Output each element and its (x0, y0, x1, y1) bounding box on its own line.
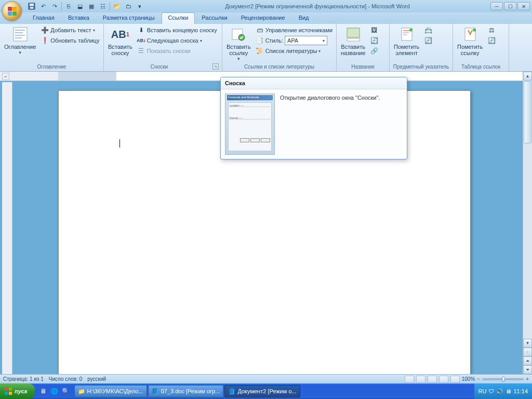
insert-footnote-label: Вставить сноску (108, 44, 132, 56)
ruler-corner[interactable]: ⌐ (2, 73, 9, 80)
index-opt-2[interactable]: 🔄 (422, 35, 434, 46)
manage-sources-button[interactable]: 🗃 Управление источниками (254, 25, 334, 35)
browse-object[interactable]: ◦ (523, 348, 532, 356)
caption-icon (345, 26, 362, 43)
clock[interactable]: 11:14 (513, 388, 528, 394)
zoom-value[interactable]: 100% (462, 376, 475, 382)
scroll-thumb[interactable] (524, 81, 531, 143)
insert-footnote-button[interactable]: AB1 Вставить сноску (106, 25, 135, 57)
toa-opt-2[interactable]: 🔄 (486, 35, 497, 46)
group-label-toc: Оглавление (2, 63, 101, 70)
manage-sources-icon: 🗃 (256, 26, 264, 34)
insert-caption-button[interactable]: Вставить название (339, 25, 367, 57)
qat-btn-1[interactable]: ⎘ (64, 2, 73, 11)
view-full-screen[interactable] (416, 376, 425, 383)
tab-review[interactable]: Рецензирование (234, 12, 292, 24)
group-label-citations: Ссылки и списки литературы (224, 63, 334, 70)
zoom-in[interactable]: + (526, 376, 529, 382)
svg-rect-2 (30, 7, 33, 9)
start-button[interactable]: пуск (0, 383, 35, 399)
task-explorer[interactable]: 📁 H:\36\УМК\АС\Дело... (74, 385, 147, 397)
qat-open2[interactable]: 🗀 (124, 2, 133, 11)
group-label-toa: Таблица ссылок (455, 63, 507, 70)
view-outline[interactable] (439, 376, 448, 383)
qat-open[interactable]: 📂 (112, 2, 122, 11)
tray-icon-2[interactable]: 🔊 (496, 388, 503, 395)
zoom-slider[interactable] (482, 378, 524, 380)
tab-insert[interactable]: Вставка (61, 12, 96, 24)
svg-rect-21 (5, 388, 8, 391)
view-web[interactable] (428, 376, 437, 383)
maximize-button[interactable]: ☐ (504, 2, 516, 10)
vertical-scrollbar[interactable]: ▲ ▼ ◦ ⏶ ⏷ (523, 72, 532, 374)
mark-citation-button[interactable]: + Пометить ссылку (455, 25, 485, 57)
status-bar: Страница: 1 из 1 Число слов: 0 русский 1… (0, 374, 532, 383)
caption-opt-1[interactable]: 🖼 (368, 25, 380, 35)
task-word-1[interactable]: 📘 07_3.doc [Режим огр... (148, 385, 224, 397)
tooltip-preview: Footnote and Endnote Location ── Format … (225, 94, 275, 155)
view-draft[interactable] (450, 376, 460, 383)
insert-citation-button[interactable]: Вставить ссылку ▼ (224, 25, 253, 63)
task-word-2[interactable]: 📘 Документ2 [Режим о... (224, 385, 300, 397)
ql-3[interactable]: 🔍 (61, 385, 71, 397)
caption-opt-3[interactable]: 🔗 (368, 46, 380, 56)
ql-ie[interactable]: 🌐 (49, 385, 60, 397)
system-tray: RU 🛡 🔊 🖥 11:14 (474, 383, 532, 399)
tab-view[interactable]: Вид (292, 12, 316, 24)
zoom-out[interactable]: − (477, 376, 480, 382)
prev-page[interactable]: ⏶ (523, 356, 532, 365)
office-button[interactable] (2, 1, 22, 21)
mark-entry-label: Пометить элемент (394, 44, 419, 56)
svg-text:+: + (410, 29, 411, 32)
show-notes-button[interactable]: ☰ Показать сноски (136, 46, 219, 56)
mark-entry-button[interactable]: + Пометить элемент (392, 25, 421, 57)
qat-btn-3[interactable]: ▦ (87, 2, 96, 11)
close-button[interactable]: ✕ (517, 2, 530, 10)
svg-rect-11 (347, 38, 360, 41)
bibliography-button[interactable]: 📜 Список литературы ▾ (254, 46, 334, 56)
windows-logo-icon (4, 387, 12, 395)
tab-mailings[interactable]: Рассылки (195, 12, 234, 24)
qat-more[interactable]: ▾ (135, 2, 144, 11)
scroll-up[interactable]: ▲ (523, 72, 532, 81)
ribbon-tabs: Главная Вставка Разметка страницы Ссылки… (0, 12, 532, 24)
tab-references[interactable]: Ссылки (162, 12, 195, 24)
tooltip-title: Сноска (221, 77, 407, 89)
minimize-button[interactable]: ─ (490, 2, 503, 10)
vertical-ruler[interactable] (2, 82, 12, 374)
qat-redo[interactable]: ↷ (50, 2, 59, 11)
mark-citation-label: Пометить ссылку (457, 44, 483, 56)
caption-label: Вставить название (341, 44, 365, 56)
status-page[interactable]: Страница: 1 из 1 (3, 376, 44, 382)
update-table-button[interactable]: ❗ Обновить таблицу (39, 35, 101, 46)
word-icon: 📘 (228, 388, 235, 395)
tray-icon-1[interactable]: 🛡 (488, 388, 494, 394)
status-words[interactable]: Число слов: 0 (49, 376, 82, 382)
caption-opt-2[interactable]: 🔄 (368, 35, 380, 46)
qat-save[interactable] (27, 2, 36, 11)
scroll-down[interactable]: ▼ (523, 339, 532, 348)
next-footnote-button[interactable]: AB1 Следующая сноска ▾ (136, 35, 219, 46)
style-dropdown[interactable]: APA ▾ (285, 36, 327, 45)
tab-layout[interactable]: Разметка страницы (96, 12, 162, 24)
qat-btn-4[interactable]: ☷ (98, 2, 108, 11)
svg-rect-24 (9, 392, 12, 395)
footnotes-dialog-launcher[interactable]: ↘ (212, 63, 219, 70)
svg-rect-1 (30, 4, 34, 6)
lang-indicator[interactable]: RU (478, 388, 487, 394)
insert-endnote-button[interactable]: ⬇ Вставить концевую сноску (136, 25, 219, 35)
status-lang[interactable]: русский (87, 376, 106, 382)
next-page[interactable]: ⏷ (523, 365, 532, 374)
add-text-button[interactable]: ➕ Добавить текст ▾ (39, 25, 101, 35)
tray-icon-3[interactable]: 🖥 (506, 388, 511, 394)
tooltip: Сноска Footnote and Endnote Location ── … (220, 77, 407, 159)
index-opt-1[interactable]: 📇 (422, 25, 434, 35)
ql-desktop[interactable]: 🖥 (38, 385, 48, 397)
toc-button[interactable]: Оглавление ▼ (2, 25, 38, 57)
qat-undo[interactable]: ↶ (38, 2, 48, 11)
qat-btn-2[interactable]: ⬓ (75, 2, 85, 11)
view-print-layout[interactable] (405, 376, 414, 383)
tab-home[interactable]: Главная (26, 12, 61, 24)
window-title: Документ2 [Режим ограниченной функционал… (144, 3, 490, 9)
toa-opt-1[interactable]: ⚖ (486, 25, 497, 35)
